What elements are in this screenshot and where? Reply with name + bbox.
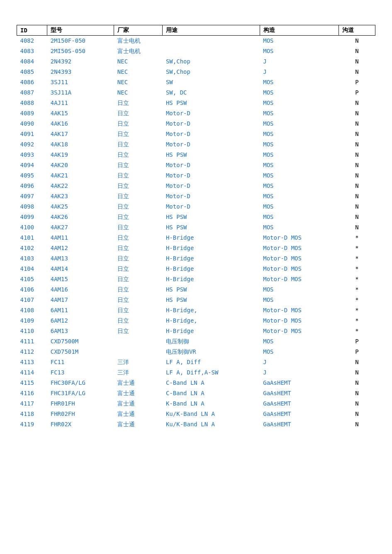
- table-cell: MOS: [260, 284, 338, 295]
- table-cell: Motor-D MOS: [260, 316, 338, 326]
- table-cell: N: [339, 170, 375, 181]
- table-cell: MOS: [260, 46, 338, 56]
- table-cell: 4104: [17, 264, 47, 274]
- table-cell: MOS: [260, 202, 338, 212]
- table-cell: 电压制御: [163, 336, 260, 347]
- table-cell: N: [339, 108, 375, 119]
- table-cell: 日立: [114, 326, 163, 336]
- table-cell: MOS: [260, 160, 338, 170]
- table-row: 40842N4392NECSW,ChopJN: [17, 56, 375, 67]
- table-cell: N: [339, 212, 375, 222]
- table-cell: Motor-D: [163, 181, 260, 191]
- table-cell: N: [339, 119, 375, 129]
- table-cell: N: [339, 419, 375, 430]
- table-cell: H-Bridge,: [163, 305, 260, 316]
- table-cell: GaAsHEMT: [260, 419, 338, 430]
- table-cell: 4095: [17, 170, 47, 181]
- table-cell: MOS: [260, 181, 338, 191]
- table-cell: J: [260, 367, 338, 378]
- table-cell: FHC30FA/LG: [47, 378, 114, 388]
- table-cell: 2M150F-050: [47, 36, 114, 46]
- table-cell: FC11: [47, 357, 114, 367]
- table-cell: 4109: [17, 316, 47, 326]
- table-cell: 6AM13: [47, 326, 114, 336]
- table-cell: 4112: [17, 347, 47, 357]
- table-cell: LF A, Diff: [163, 357, 260, 367]
- table-row: 41024AM12日立H-BridgeMotor-D MOS*: [17, 243, 375, 253]
- table-row: 41064AM16日立HS PSWMOS*: [17, 284, 375, 295]
- table-cell: N: [339, 357, 375, 367]
- table-row: 40954AK21日立Motor-DMOSN: [17, 170, 375, 181]
- table-cell: P: [339, 347, 375, 357]
- table-cell: FHR01FH: [47, 398, 114, 409]
- table-cell: 日立: [114, 160, 163, 170]
- table-cell: *: [339, 316, 375, 326]
- table-cell: 富士电机: [114, 36, 163, 46]
- table-cell: MOS: [260, 77, 338, 87]
- table-row: 41054AM15日立H-BridgeMotor-D MOS*: [17, 274, 375, 284]
- table-cell: 4AK23: [47, 191, 114, 202]
- table-cell: N: [339, 388, 375, 398]
- table-cell: 富士通: [114, 378, 163, 388]
- table-row: 40964AK22日立Motor-DMOSN: [17, 181, 375, 191]
- table-row: 40884AJ11日立HS PSWMOSN: [17, 98, 375, 108]
- table-row: 40894AK15日立Motor-DMOSN: [17, 108, 375, 119]
- table-cell: 4111: [17, 336, 47, 347]
- table-cell: MOS: [260, 119, 338, 129]
- table-cell: 4AJ11: [47, 98, 114, 108]
- table-cell: 日立: [114, 274, 163, 284]
- table-cell: N: [339, 367, 375, 378]
- table-cell: 日立: [114, 212, 163, 222]
- table-cell: 日立: [114, 295, 163, 305]
- table-cell: N: [339, 139, 375, 150]
- table-cell: 4099: [17, 212, 47, 222]
- table-cell: MOS: [260, 36, 338, 46]
- table-row: 4115FHC30FA/LG富士通C-Band LN AGaAsHEMTN: [17, 378, 375, 388]
- header-use: 用途: [163, 25, 260, 36]
- table-cell: *: [339, 284, 375, 295]
- table-row: 41044AM14日立H-BridgeMotor-D MOS*: [17, 264, 375, 274]
- header-struct: 构造: [260, 25, 338, 36]
- table-cell: 4116: [17, 388, 47, 398]
- table-cell: N: [339, 181, 375, 191]
- table-row: 4118FHR02FH富士通Ku/K-Band LN AGaAsHEMTN: [17, 409, 375, 419]
- table-row: 41034AM13日立H-BridgeMotor-D MOS*: [17, 253, 375, 264]
- header-maker: 厂家: [114, 25, 163, 36]
- table-cell: HS PSW: [163, 222, 260, 233]
- table-cell: HS PSW: [163, 284, 260, 295]
- table-row: 40904AK16日立Motor-DMOSN: [17, 119, 375, 129]
- table-cell: N: [339, 202, 375, 212]
- table-cell: 3SJ11A: [47, 87, 114, 98]
- header-channel: 沟道: [339, 25, 375, 36]
- table-cell: 4AK18: [47, 139, 114, 150]
- table-cell: 4AM13: [47, 253, 114, 264]
- table-cell: CXD7501M: [47, 347, 114, 357]
- table-row: 40934AK19日立HS PSWMOSN: [17, 150, 375, 160]
- table-row: 40984AK25日立Motor-DMOSN: [17, 202, 375, 212]
- table-cell: P: [339, 77, 375, 87]
- table-cell: 4084: [17, 56, 47, 67]
- table-cell: HS PSW: [163, 212, 260, 222]
- table-cell: MOS: [260, 295, 338, 305]
- table-cell: [163, 36, 260, 46]
- table-cell: MOS: [260, 347, 338, 357]
- table-body: 40822M150F-050富士电机MOSN40832MI50S-050富士电机…: [17, 36, 375, 430]
- table-cell: *: [339, 326, 375, 336]
- table-cell: 4AK25: [47, 202, 114, 212]
- table-cell: N: [339, 36, 375, 46]
- table-cell: Motor-D: [163, 108, 260, 119]
- table-cell: *: [339, 233, 375, 243]
- table-cell: 日立: [114, 181, 163, 191]
- table-row: 40974AK23日立Motor-DMOSN: [17, 191, 375, 202]
- table-cell: HS PSW: [163, 295, 260, 305]
- table-cell: MOS: [260, 108, 338, 119]
- table-cell: NEC: [114, 67, 163, 77]
- table-cell: 富士通: [114, 388, 163, 398]
- table-cell: HS PSW: [163, 98, 260, 108]
- table-cell: Motor-D: [163, 191, 260, 202]
- table-row: 4116FHC31FA/LG富士通C-Band LN AGaAsHEMTN: [17, 388, 375, 398]
- table-row: 40863SJ11NECSWMOSP: [17, 77, 375, 87]
- table-cell: 三洋: [114, 357, 163, 367]
- table-cell: MOS: [260, 150, 338, 160]
- table-cell: 4114: [17, 367, 47, 378]
